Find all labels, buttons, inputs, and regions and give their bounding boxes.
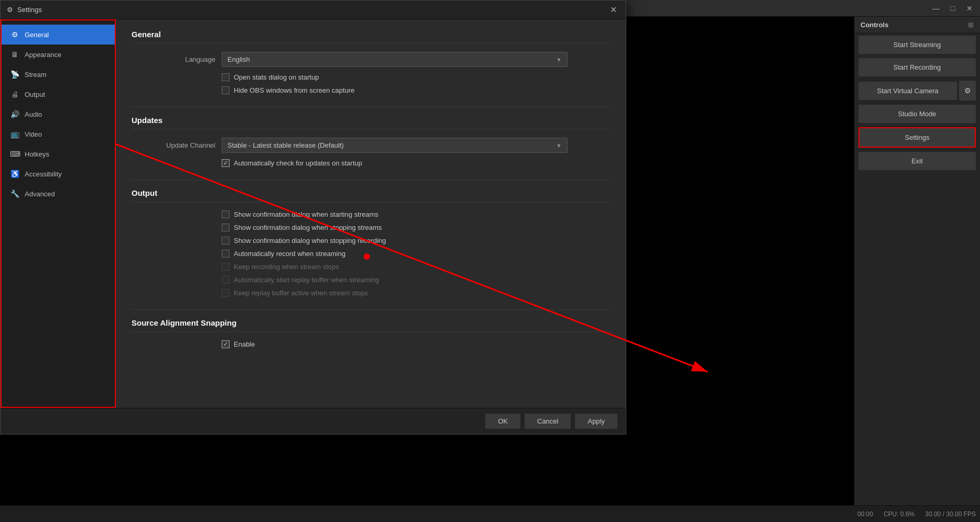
stream-icon: 📡 — [10, 70, 19, 79]
general-section: General Language English ▼ Open stats di… — [132, 30, 610, 94]
confirm-stop-stream-row: Show confirmation dialog when stopping s… — [132, 224, 610, 231]
auto-record-checkbox[interactable] — [222, 250, 230, 258]
controls-icon: ⊞ — [968, 21, 974, 29]
sidebar-item-stream[interactable]: 📡 Stream — [2, 64, 115, 84]
settings-gear-icon: ⚙ — [7, 6, 13, 14]
studio-mode-button[interactable]: Studio Mode — [858, 105, 976, 123]
language-value: English — [227, 55, 250, 63]
sidebar-label-appearance: Appearance — [25, 51, 61, 59]
keep-recording-row: Keep recording when stream stops — [132, 263, 610, 271]
sidebar-item-output[interactable]: 🖨 Output — [2, 84, 115, 104]
hide-obs-label: Hide OBS windows from screen capture — [234, 86, 354, 94]
sidebar-item-video[interactable]: 📺 Video — [2, 124, 115, 144]
advanced-icon: 🔧 — [10, 190, 19, 198]
start-virtual-camera-button[interactable]: Start Virtual Camera — [858, 82, 957, 100]
sidebar-label-audio: Audio — [25, 110, 42, 118]
audio-icon: 🔊 — [10, 110, 19, 118]
confirm-stop-rec-checkbox[interactable] — [222, 237, 230, 245]
sidebar-label-hotkeys: Hotkeys — [25, 150, 49, 158]
output-section-title: Output — [132, 188, 610, 202]
hide-obs-checkbox[interactable] — [222, 86, 230, 94]
enable-snap-label: Enable — [234, 340, 255, 348]
auto-replay-row: Automatically start replay buffer when s… — [132, 276, 610, 284]
obs-close-button[interactable]: ✕ — [963, 2, 976, 15]
confirm-start-label: Show confirmation dialog when starting s… — [234, 210, 378, 218]
video-icon: 📺 — [10, 130, 19, 138]
sidebar-item-appearance[interactable]: 🖥 Appearance — [2, 45, 115, 64]
language-dropdown[interactable]: English ▼ — [222, 52, 568, 67]
sidebar-label-stream: Stream — [25, 71, 47, 79]
status-cpu: CPU: 0.6% — [884, 510, 914, 518]
ok-button[interactable]: OK — [485, 414, 520, 429]
enable-snap-checkbox[interactable] — [222, 340, 230, 348]
settings-footer: OK Cancel Apply — [1, 408, 626, 434]
start-streaming-button[interactable]: Start Streaming — [858, 36, 976, 54]
separator-3 — [132, 309, 610, 310]
settings-body: ⚙ General 🖥 Appearance 📡 Stream 🖨 Output… — [1, 19, 626, 408]
status-fps: 30.00 / 30.00 FPS — [925, 510, 976, 518]
updates-section: Updates Update Channel Stable - Latest s… — [132, 116, 610, 167]
keep-replay-label: Keep replay buffer active when stream st… — [234, 289, 368, 297]
update-channel-label: Update Channel — [132, 141, 215, 149]
update-channel-value: Stable - Latest stable release (Default) — [227, 141, 344, 149]
language-row: Language English ▼ — [132, 52, 610, 67]
accessibility-icon: ♿ — [10, 170, 19, 178]
separator-2 — [132, 180, 610, 180]
obs-maximize-button[interactable]: □ — [946, 2, 959, 15]
settings-dialog: ⚙ Settings ✕ ⚙ General 🖥 Appearance 📡 St… — [0, 0, 626, 435]
sidebar-item-audio[interactable]: 🔊 Audio — [2, 104, 115, 124]
sidebar-item-hotkeys[interactable]: ⌨ Hotkeys — [2, 144, 115, 164]
update-channel-dropdown[interactable]: Stable - Latest stable release (Default)… — [222, 138, 568, 153]
separator-1 — [132, 107, 610, 107]
open-stats-label: Open stats dialog on startup — [234, 73, 319, 81]
auto-check-checkbox[interactable] — [222, 159, 230, 167]
update-channel-arrow: ▼ — [556, 142, 562, 149]
open-stats-checkbox[interactable] — [222, 73, 230, 81]
auto-check-row: Automatically check for updates on start… — [132, 159, 610, 167]
exit-button[interactable]: Exit — [858, 152, 976, 170]
language-dropdown-arrow: ▼ — [556, 57, 562, 63]
enable-snap-row: Enable — [132, 340, 610, 348]
confirm-start-checkbox[interactable] — [222, 210, 230, 218]
status-time: 00:00 — [857, 510, 873, 518]
confirm-stop-stream-checkbox[interactable] — [222, 224, 230, 231]
obs-window-controls: — □ ✕ — [930, 2, 976, 15]
sidebar-label-general: General — [25, 31, 49, 39]
settings-close-button[interactable]: ✕ — [607, 4, 619, 16]
obs-minimize-button[interactable]: — — [930, 2, 942, 15]
confirm-start-row: Show confirmation dialog when starting s… — [132, 210, 610, 218]
hide-obs-row: Hide OBS windows from screen capture — [132, 86, 610, 94]
auto-check-label: Automatically check for updates on start… — [234, 159, 362, 167]
keep-replay-row: Keep replay buffer active when stream st… — [132, 289, 610, 297]
open-stats-row: Open stats dialog on startup — [132, 73, 610, 81]
sidebar-item-advanced[interactable]: 🔧 Advanced — [2, 184, 115, 204]
keep-replay-checkbox[interactable] — [222, 289, 230, 297]
auto-replay-label: Automatically start replay buffer when s… — [234, 276, 379, 284]
settings-button[interactable]: Settings — [858, 127, 976, 148]
controls-header: Controls ⊞ — [854, 17, 980, 34]
appearance-icon: 🖥 — [10, 50, 19, 59]
sidebar-label-accessibility: Accessibility — [25, 170, 62, 178]
auto-record-row: Automatically record when streaming — [132, 250, 610, 258]
general-section-title: General — [132, 30, 610, 43]
sidebar-item-accessibility[interactable]: ♿ Accessibility — [2, 164, 115, 184]
source-alignment-title: Source Alignment Snapping — [132, 318, 610, 332]
obs-titlebar: — □ ✕ — [624, 0, 980, 17]
general-icon: ⚙ — [10, 30, 19, 39]
keep-recording-checkbox[interactable] — [222, 263, 230, 271]
updates-section-title: Updates — [132, 116, 610, 129]
sidebar-label-video: Video — [25, 130, 42, 138]
sidebar-item-general[interactable]: ⚙ General — [2, 25, 115, 45]
cancel-button[interactable]: Cancel — [525, 414, 571, 429]
sidebar-label-advanced: Advanced — [25, 190, 55, 198]
virtual-camera-gear-button[interactable]: ⚙ — [959, 81, 976, 101]
apply-button[interactable]: Apply — [575, 414, 617, 429]
settings-content: General Language English ▼ Open stats di… — [116, 19, 626, 408]
start-recording-button[interactable]: Start Recording — [858, 58, 976, 76]
settings-title-label: Settings — [17, 6, 42, 14]
language-label: Language — [132, 55, 215, 63]
confirm-stop-stream-label: Show confirmation dialog when stopping s… — [234, 224, 382, 231]
confirm-stop-rec-row: Show confirmation dialog when stopping r… — [132, 237, 610, 245]
source-alignment-section: Source Alignment Snapping Enable — [132, 318, 610, 348]
auto-replay-checkbox[interactable] — [222, 276, 230, 284]
